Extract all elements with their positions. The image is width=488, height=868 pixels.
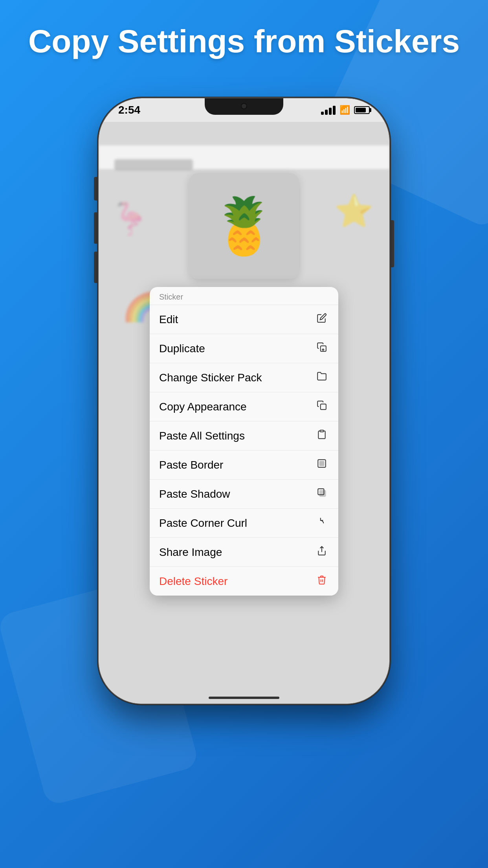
menu-item-icon-copy-appearance: [315, 400, 329, 413]
svg-rect-3: [321, 404, 326, 410]
volume-up-button: [94, 212, 97, 244]
menu-item-label-paste-shadow: Paste Shadow: [159, 488, 230, 500]
menu-item-change-sticker-pack[interactable]: Change Sticker Pack: [150, 363, 338, 392]
menu-item-icon-duplicate: [315, 342, 329, 355]
menu-section-label: Sticker: [150, 287, 338, 305]
menu-item-icon-share-image: [315, 546, 329, 559]
menu-item-label-change-sticker-pack: Change Sticker Pack: [159, 371, 262, 384]
menu-item-paste-corner-curl[interactable]: Paste Corner Curl: [150, 508, 338, 537]
status-icons: 📶: [321, 105, 370, 115]
context-menu: Sticker Edit Duplicate Change Sticker Pa…: [150, 287, 338, 596]
menu-item-icon-paste-corner-curl: [315, 517, 329, 530]
menu-item-copy-appearance[interactable]: Copy Appearance: [150, 392, 338, 421]
svg-rect-6: [320, 462, 324, 466]
battery-fill: [356, 108, 366, 112]
signal-bar-1: [321, 112, 324, 115]
signal-bar-4: [333, 106, 336, 115]
battery-icon: [354, 106, 370, 114]
menu-item-icon-paste-all-settings: [315, 429, 329, 442]
menu-item-duplicate[interactable]: Duplicate: [150, 334, 338, 363]
menu-item-icon-delete-sticker: [315, 575, 329, 588]
phone-mockup: 2:54 📶: [99, 98, 389, 829]
notch: [205, 98, 283, 115]
menu-item-label-duplicate: Duplicate: [159, 342, 205, 355]
blurred-text: [114, 159, 193, 170]
menu-item-icon-paste-shadow: [315, 487, 329, 500]
front-camera: [241, 103, 247, 109]
svg-rect-8: [320, 491, 326, 497]
status-time: 2:54: [118, 104, 140, 116]
menu-item-label-copy-appearance: Copy Appearance: [159, 401, 247, 413]
menu-item-paste-all-settings[interactable]: Paste All Settings: [150, 421, 338, 450]
star-sticker: ⭐: [334, 193, 374, 230]
volume-down-button: [94, 252, 97, 283]
menu-item-icon-paste-border: [315, 458, 329, 471]
menu-item-icon-change-sticker-pack: [315, 371, 329, 384]
home-indicator: [209, 697, 279, 699]
svg-rect-4: [320, 430, 324, 432]
wifi-icon: 📶: [339, 105, 350, 115]
flamingo-sticker: 🦩: [110, 200, 150, 237]
signal-bar-2: [325, 110, 328, 115]
menu-item-edit[interactable]: Edit: [150, 305, 338, 334]
page-headline: Copy Settings from Stickers: [0, 24, 488, 59]
menu-item-delete-sticker[interactable]: Delete Sticker: [150, 566, 338, 596]
power-button: [391, 220, 394, 267]
mute-button: [94, 177, 97, 200]
selected-sticker-card: 🍍: [189, 173, 299, 279]
menu-item-label-paste-corner-curl: Paste Corner Curl: [159, 517, 247, 530]
pineapple-sticker-emoji: 🍍: [210, 199, 279, 254]
menu-item-label-share-image: Share Image: [159, 546, 222, 559]
menu-item-label-edit: Edit: [159, 313, 178, 326]
menu-item-paste-shadow[interactable]: Paste Shadow: [150, 479, 338, 508]
signal-icon: [321, 106, 336, 115]
app-background: 🦩 ⭐ 🌈 🍍 Sticker Edit Duplicate Change St…: [99, 122, 389, 704]
menu-item-icon-edit: [315, 313, 329, 326]
menu-item-label-delete-sticker: Delete Sticker: [159, 575, 227, 588]
phone-screen: 2:54 📶: [99, 98, 389, 704]
menu-item-share-image[interactable]: Share Image: [150, 537, 338, 566]
menu-item-label-paste-border: Paste Border: [159, 459, 223, 471]
signal-bar-3: [329, 108, 332, 115]
menu-item-paste-border[interactable]: Paste Border: [150, 450, 338, 479]
menu-items-list: Edit Duplicate Change Sticker Pack Copy …: [150, 305, 338, 596]
phone-frame: 2:54 📶: [99, 98, 389, 704]
menu-item-label-paste-all-settings: Paste All Settings: [159, 430, 245, 442]
